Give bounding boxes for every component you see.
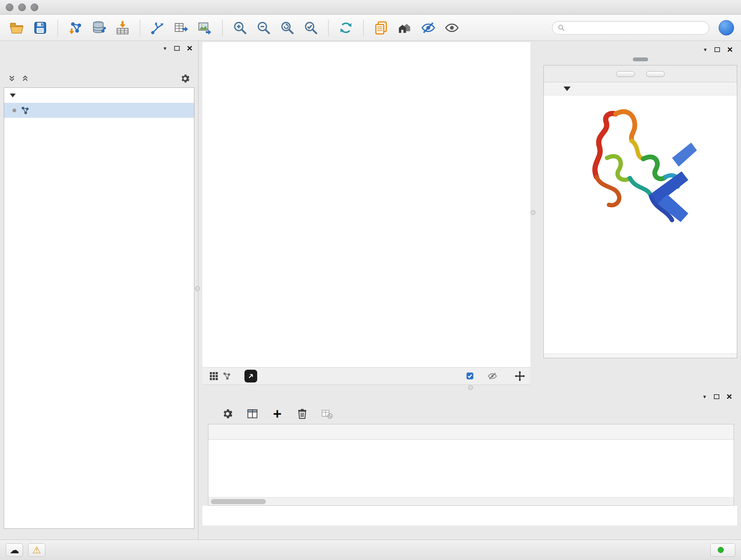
section-collapse-caret-icon[interactable] xyxy=(563,86,570,91)
zoom-fit-button[interactable] xyxy=(278,18,297,37)
collapse-all-chevron-icon[interactable] xyxy=(8,74,16,83)
zoom-window-button[interactable] xyxy=(30,3,38,11)
splitter-handle[interactable] xyxy=(468,385,473,390)
image-arrow-icon xyxy=(198,20,212,35)
panel-float-menu-icon[interactable]: ▼ xyxy=(703,47,708,52)
grid-view-button[interactable] xyxy=(207,370,220,382)
panel-float-menu-icon[interactable]: ▼ xyxy=(702,394,707,399)
table-tabs xyxy=(202,506,737,525)
warnings-button[interactable]: ⚠ xyxy=(28,543,45,557)
show-columns-button[interactable] xyxy=(245,407,260,421)
panel-close-icon[interactable]: × xyxy=(187,44,192,53)
selected-checkbox-icon[interactable] xyxy=(466,372,474,380)
hidden-eye-slash-icon[interactable] xyxy=(488,371,497,381)
delete-table-button[interactable] xyxy=(320,407,334,421)
open-session-button[interactable] xyxy=(7,18,26,37)
pan-crosshair-icon[interactable] xyxy=(515,371,525,381)
documents-button[interactable] xyxy=(372,18,391,37)
import-table-button[interactable] xyxy=(113,18,132,37)
network-tree-item-row[interactable] xyxy=(4,103,194,118)
panel-float-menu-icon[interactable]: ▼ xyxy=(163,46,167,51)
tree-expand-caret-icon[interactable] xyxy=(10,94,16,98)
export-table-button[interactable] xyxy=(172,18,191,37)
toolbar-separator xyxy=(222,19,223,36)
close-window-button[interactable] xyxy=(6,3,13,11)
panel-float-icon[interactable] xyxy=(714,394,719,399)
import-network-from-database-button[interactable] xyxy=(89,18,109,37)
minimize-window-button[interactable] xyxy=(18,3,26,11)
warning-icon: ⚠ xyxy=(32,545,41,555)
expand-all-chevron-icon[interactable] xyxy=(21,74,29,83)
splitter-handle[interactable] xyxy=(531,210,536,215)
help-button[interactable] xyxy=(719,20,734,36)
results-scrollbar[interactable] xyxy=(544,354,737,358)
import-network-from-file-button[interactable] xyxy=(66,18,85,37)
search-input[interactable] xyxy=(568,24,704,31)
export-image-button[interactable] xyxy=(195,18,214,37)
birds-eye-view-button[interactable] xyxy=(220,370,233,382)
cloud-icon: ☁ xyxy=(10,545,19,555)
control-panel: ▼ × xyxy=(0,41,199,540)
delete-column-button[interactable] xyxy=(295,407,310,421)
collapse-all-button[interactable] xyxy=(646,71,665,77)
network-selection-bar xyxy=(0,70,198,87)
function-builder-button[interactable] xyxy=(345,407,359,421)
toolbar-separator xyxy=(57,19,58,36)
new-network-from-selection-button[interactable] xyxy=(148,18,167,37)
network-tree-root-row[interactable] xyxy=(4,88,194,103)
traffic-lights xyxy=(6,3,38,11)
zoom-in-icon xyxy=(232,20,247,35)
database-icon xyxy=(91,20,106,35)
string-network-icon xyxy=(20,106,30,115)
table-delete-icon xyxy=(321,408,333,420)
eye-slash-icon xyxy=(421,20,435,35)
gear-icon xyxy=(221,408,233,420)
table-panel-header: ▼ × xyxy=(202,389,737,403)
network-graph xyxy=(202,42,530,367)
zoom-out-button[interactable] xyxy=(254,18,273,37)
save-floppy-icon xyxy=(33,20,48,35)
control-panel-header: ▼ × xyxy=(0,41,198,56)
show-graphics-details-button[interactable] xyxy=(442,18,461,37)
protein-section-header[interactable] xyxy=(544,82,737,96)
panel-float-icon[interactable] xyxy=(715,47,720,52)
hide-graphics-details-button[interactable] xyxy=(419,18,438,37)
table-panel: ▼ × + xyxy=(202,389,737,525)
node-table xyxy=(208,424,734,506)
table-header-row xyxy=(208,424,734,440)
save-session-button[interactable] xyxy=(30,18,50,37)
search-icon xyxy=(557,24,565,32)
memory-status-dot-icon xyxy=(718,547,724,553)
import-network-file-icon xyxy=(68,20,83,35)
annotation-mode-button[interactable] xyxy=(245,370,257,382)
create-column-button[interactable]: + xyxy=(270,407,285,421)
app-status-bar: ☁ ⚠ xyxy=(0,540,741,560)
cloud-status-button[interactable]: ☁ xyxy=(6,543,23,557)
splitter-handle[interactable] xyxy=(195,286,200,291)
houses-button[interactable] xyxy=(395,18,414,37)
panel-float-icon[interactable] xyxy=(174,46,180,51)
protein-structure-image xyxy=(578,101,703,232)
table-options-gear-button[interactable] xyxy=(220,407,235,421)
zoom-selected-icon xyxy=(304,20,318,35)
main-area: ▼ × xyxy=(0,41,741,540)
expand-all-button[interactable] xyxy=(616,71,635,77)
apply-preferred-layout-button[interactable] xyxy=(336,18,355,37)
zoom-selected-button[interactable] xyxy=(301,18,320,37)
zoom-fit-icon xyxy=(280,20,294,35)
search-field[interactable] xyxy=(552,21,709,35)
network-options-gear-icon[interactable] xyxy=(180,73,191,84)
memory-button[interactable] xyxy=(711,543,735,557)
current-network-dot-icon xyxy=(12,109,16,112)
zoom-in-button[interactable] xyxy=(230,18,250,37)
import-table-icon xyxy=(115,20,130,35)
panel-close-icon[interactable]: × xyxy=(727,45,733,54)
main-toolbar xyxy=(0,15,741,41)
results-panel-header: ▼ × xyxy=(543,42,737,57)
panel-close-icon[interactable]: × xyxy=(726,392,732,401)
scrollbar-thumb[interactable] xyxy=(211,499,266,504)
trash-icon xyxy=(296,408,308,420)
network-canvas[interactable] xyxy=(202,42,530,367)
tab-string[interactable] xyxy=(633,57,648,61)
table-horizontal-scrollbar[interactable] xyxy=(208,497,734,505)
